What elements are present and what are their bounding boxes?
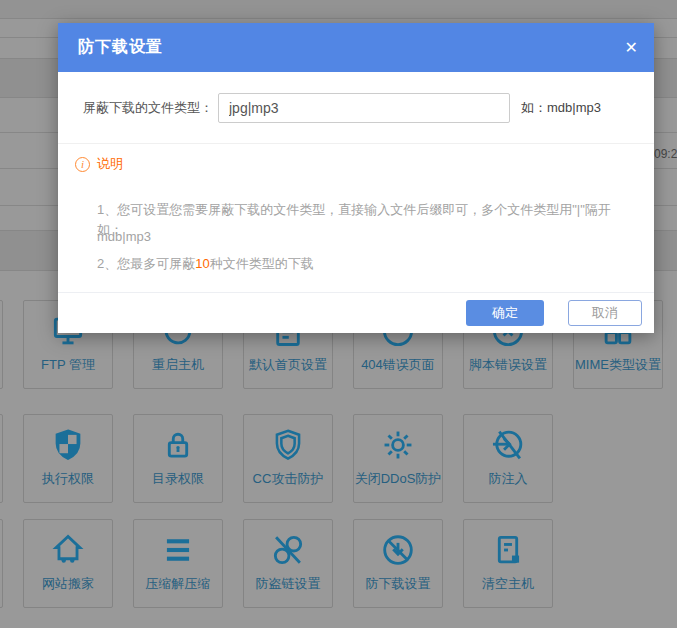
cancel-button[interactable]: 取消 bbox=[568, 300, 642, 326]
notice-line-3: 2、您最多可屏蔽10种文件类型的下载 bbox=[97, 254, 630, 274]
dialog-footer: 确定 取消 bbox=[58, 292, 654, 333]
confirm-button[interactable]: 确定 bbox=[466, 300, 544, 326]
anti-download-settings-dialog: 防下载设置 ✕ 屏蔽下载的文件类型： 如：mdb|mp3 i 说明 1、您可设置… bbox=[58, 23, 654, 333]
close-icon[interactable]: ✕ bbox=[625, 40, 638, 56]
blocked-filetype-label: 屏蔽下载的文件类型： bbox=[58, 93, 213, 123]
notice-line-3-prefix: 2、您最多可屏蔽 bbox=[97, 256, 195, 271]
dialog-header: 防下载设置 ✕ bbox=[58, 23, 654, 72]
notice-header: i 说明 bbox=[75, 155, 123, 173]
blocked-filetype-row: 屏蔽下载的文件类型： 如：mdb|mp3 bbox=[58, 93, 654, 123]
section-divider bbox=[58, 143, 654, 144]
notice-line-2: mdb|mp3 bbox=[97, 227, 630, 247]
dialog-title: 防下载设置 bbox=[78, 37, 163, 58]
info-icon: i bbox=[75, 157, 90, 172]
notice-title: 说明 bbox=[97, 155, 123, 173]
notice-line-3-suffix: 种文件类型的下载 bbox=[210, 256, 314, 271]
blocked-filetype-input[interactable] bbox=[218, 93, 510, 123]
filetype-example-hint: 如：mdb|mp3 bbox=[521, 93, 601, 123]
notice-line-3-highlight: 10 bbox=[195, 256, 209, 271]
screen: 09:2 FTP 管理 重启主机 默认首页设置 bbox=[0, 0, 677, 628]
